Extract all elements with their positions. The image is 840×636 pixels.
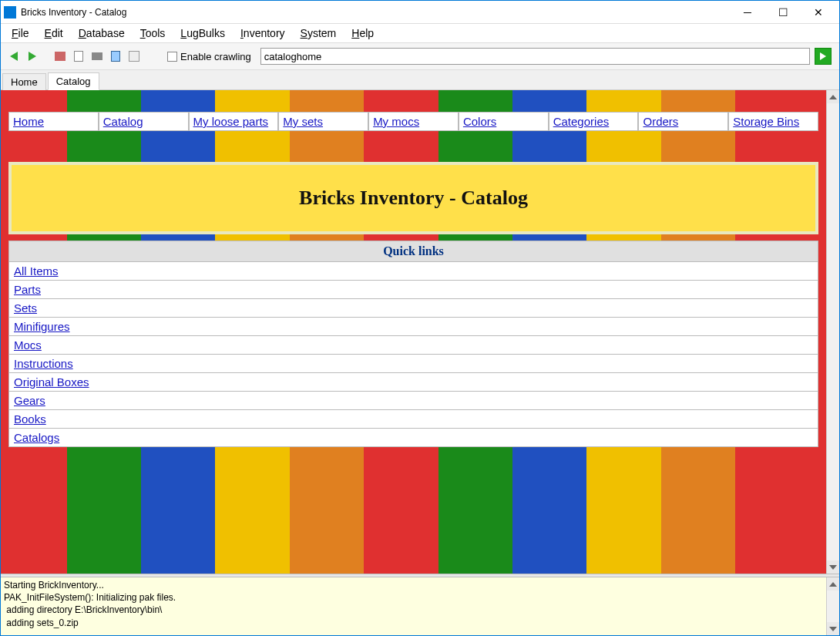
home-icon bbox=[55, 52, 66, 61]
minimize-button[interactable]: ─ bbox=[730, 1, 765, 24]
quick-link-sets[interactable]: Sets bbox=[14, 301, 37, 315]
checkbox-icon bbox=[167, 52, 177, 62]
tool-button[interactable] bbox=[126, 48, 143, 65]
scroll-up-button[interactable] bbox=[827, 90, 839, 103]
quick-link-gears[interactable]: Gears bbox=[14, 394, 45, 407]
chevron-down-icon bbox=[829, 565, 837, 570]
menu-tools[interactable]: Tools bbox=[134, 25, 172, 41]
back-button[interactable] bbox=[5, 48, 22, 65]
content-scrollbar[interactable] bbox=[826, 90, 839, 574]
go-arrow-icon bbox=[820, 52, 826, 60]
log-scrollbar[interactable] bbox=[826, 577, 839, 635]
chevron-up-icon bbox=[829, 582, 837, 587]
forward-button[interactable] bbox=[24, 48, 41, 65]
print-icon bbox=[92, 52, 102, 60]
tab-home[interactable]: Home bbox=[2, 73, 46, 90]
go-button[interactable] bbox=[815, 48, 832, 65]
content-area: Home Catalog My loose parts My sets My m… bbox=[1, 90, 839, 574]
tool-icon bbox=[129, 51, 139, 62]
page-body: Home Catalog My loose parts My sets My m… bbox=[1, 90, 826, 574]
menu-inventory[interactable]: Inventory bbox=[234, 25, 291, 41]
arrow-right-icon bbox=[29, 52, 36, 61]
page-icon bbox=[74, 51, 83, 62]
chevron-down-icon bbox=[829, 627, 837, 631]
chevron-up-icon bbox=[829, 95, 837, 99]
nav-colors[interactable]: Colors bbox=[463, 115, 496, 128]
quick-link-original-boxes[interactable]: Original Boxes bbox=[14, 375, 89, 389]
content-scroll[interactable]: Home Catalog My loose parts My sets My m… bbox=[1, 90, 826, 574]
quick-link-instructions[interactable]: Instructions bbox=[14, 357, 73, 370]
log-scroll-up[interactable] bbox=[827, 577, 839, 591]
log-area: Starting BrickInventory... PAK_InitFileS… bbox=[1, 577, 839, 635]
tab-catalog[interactable]: Catalog bbox=[48, 72, 99, 90]
quick-link-all-items[interactable]: All Items bbox=[14, 264, 59, 278]
log-scroll-down[interactable] bbox=[827, 622, 839, 635]
app-icon bbox=[4, 6, 16, 19]
window-controls: ─ ☐ ✕ bbox=[730, 1, 836, 24]
page-title: Bricks Inventory - Catalog bbox=[19, 187, 808, 210]
page-button[interactable] bbox=[70, 48, 87, 65]
nav-my-sets[interactable]: My sets bbox=[283, 115, 323, 128]
quick-link-mocs[interactable]: Mocs bbox=[14, 338, 42, 352]
quick-link-parts[interactable]: Parts bbox=[14, 283, 41, 296]
nav-my-mocs[interactable]: My mocs bbox=[373, 115, 419, 128]
home-button[interactable] bbox=[52, 48, 69, 65]
copy-icon bbox=[111, 51, 120, 62]
quick-links-table: Quick links All Items Parts Sets Minifig… bbox=[8, 241, 818, 447]
menubar: File Edit Database Tools LugBulks Invent… bbox=[1, 24, 839, 42]
close-button[interactable]: ✕ bbox=[801, 1, 836, 24]
nav-links: Home Catalog My loose parts My sets My m… bbox=[8, 112, 818, 131]
enable-crawling-checkbox[interactable]: Enable crawling bbox=[167, 51, 251, 62]
page-banner: Bricks Inventory - Catalog bbox=[8, 162, 818, 234]
menu-file[interactable]: File bbox=[5, 25, 35, 41]
quick-links-header: Quick links bbox=[9, 241, 818, 262]
nav-storage-bins[interactable]: Storage Bins bbox=[733, 115, 799, 128]
menu-system[interactable]: System bbox=[294, 25, 343, 41]
nav-orders[interactable]: Orders bbox=[643, 115, 678, 128]
arrow-left-icon bbox=[10, 52, 18, 61]
scroll-track[interactable] bbox=[827, 103, 839, 560]
copy-button[interactable] bbox=[107, 48, 124, 65]
titlebar: Bricks Inventory - Catalog ─ ☐ ✕ bbox=[1, 1, 839, 24]
menu-lugbulks[interactable]: LugBulks bbox=[174, 25, 231, 41]
quick-link-books[interactable]: Books bbox=[14, 412, 46, 426]
address-input[interactable] bbox=[260, 48, 810, 65]
window-title: Bricks Inventory - Catalog bbox=[21, 7, 730, 18]
log-text[interactable]: Starting BrickInventory... PAK_InitFileS… bbox=[1, 577, 826, 635]
menu-edit[interactable]: Edit bbox=[39, 25, 69, 41]
menu-help[interactable]: Help bbox=[345, 25, 380, 41]
maximize-button[interactable]: ☐ bbox=[765, 1, 801, 24]
crawl-label: Enable crawling bbox=[180, 51, 251, 62]
menu-database[interactable]: Database bbox=[72, 25, 131, 41]
nav-home[interactable]: Home bbox=[13, 115, 44, 128]
quick-link-minifigures[interactable]: Minifigures bbox=[14, 320, 70, 333]
nav-categories[interactable]: Categories bbox=[553, 115, 610, 128]
scroll-down-button[interactable] bbox=[827, 560, 839, 574]
toolbar: Enable crawling bbox=[1, 42, 839, 70]
nav-catalog[interactable]: Catalog bbox=[103, 115, 143, 128]
nav-loose-parts[interactable]: My loose parts bbox=[193, 115, 269, 128]
quick-link-catalogs[interactable]: Catalogs bbox=[14, 431, 59, 444]
print-button[interactable] bbox=[89, 48, 106, 65]
tabs-row: Home Catalog bbox=[1, 70, 839, 90]
log-scroll-track[interactable] bbox=[827, 591, 839, 622]
